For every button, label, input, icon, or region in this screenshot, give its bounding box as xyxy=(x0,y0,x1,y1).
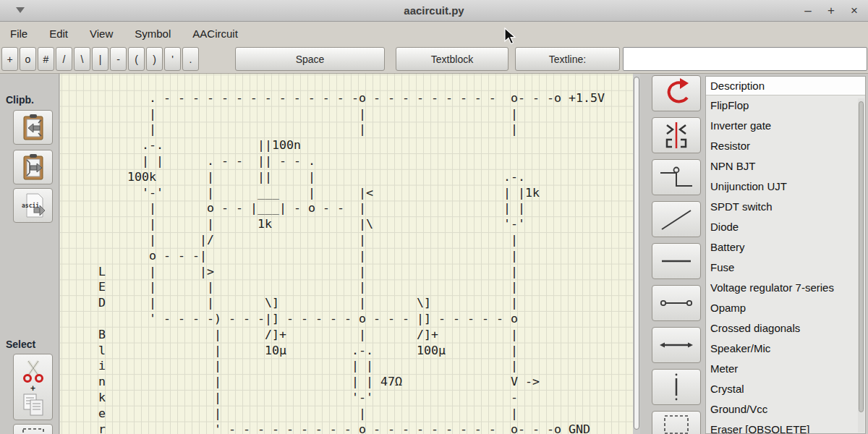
char-button-3[interactable]: / xyxy=(56,47,72,71)
canvas-text-segment: n xyxy=(98,374,106,390)
component-pin-tool-button[interactable] xyxy=(652,159,701,195)
symbol-list-header[interactable]: Description xyxy=(706,77,865,95)
copy-to-clipboard-button[interactable] xyxy=(13,110,53,145)
canvas-text-segment: o xyxy=(511,311,518,327)
mirror-symbol-button[interactable] xyxy=(652,117,701,153)
char-button-0[interactable]: + xyxy=(1,47,18,71)
canvas-text-segment: | xyxy=(308,169,315,185)
symbol-list-item[interactable]: Battery xyxy=(706,237,865,258)
canvas-text-segment: - xyxy=(511,390,518,406)
canvas-text-segment: i xyxy=(98,358,106,374)
symbol-list-scrollbar-thumb[interactable] xyxy=(859,101,864,412)
symbol-list-item[interactable]: Meter xyxy=(706,359,865,379)
symbol-list-item[interactable]: Speaker/Mic xyxy=(706,339,865,359)
minimize-button[interactable]: – xyxy=(801,0,814,22)
symbol-list-item[interactable]: Opamp xyxy=(706,298,865,318)
vertical-line-tool-button[interactable] xyxy=(652,369,701,405)
symbol-list-item[interactable]: Crystal xyxy=(706,379,865,399)
canvas-text-segment: \] xyxy=(265,295,279,311)
char-button-6[interactable]: - xyxy=(110,47,127,71)
char-button-7[interactable]: ( xyxy=(128,47,145,71)
canvas-text-segment: -> xyxy=(525,374,540,390)
circuit-canvas[interactable]: . - - - - - - - - - - - - --o- - - - - -… xyxy=(60,74,633,434)
canvas-text-segment: o- - -o +1.5V xyxy=(511,90,605,106)
char-button-4[interactable]: \ xyxy=(74,47,90,71)
rect-select-icon: rect xyxy=(656,412,697,434)
menu-item-view[interactable]: View xyxy=(88,25,114,43)
symbol-list-item[interactable]: Eraser [OBSOLETE] xyxy=(706,420,865,434)
canvas-text-segment: | xyxy=(511,406,518,422)
canvas-text-segment: | xyxy=(207,216,214,232)
canvas-text-segment: ) - - xyxy=(214,311,250,327)
menu-item-edit[interactable]: Edit xyxy=(48,25,69,43)
canvas-text-segment: | | xyxy=(503,200,525,216)
symbol-list-item[interactable]: Unijunction UJT xyxy=(706,176,865,197)
textline-button[interactable]: Textline: xyxy=(515,47,620,71)
textline-input[interactable] xyxy=(623,47,867,71)
canvas-text-segment: o - - - xyxy=(149,248,200,264)
canvas-scrollbar-thumb[interactable] xyxy=(634,77,639,430)
select-rectangle-button[interactable]: SEL xyxy=(13,424,53,434)
symbol-list-item[interactable]: Crossed diagonals xyxy=(706,318,865,339)
char-button-8[interactable]: ) xyxy=(146,47,163,71)
char-button-2[interactable]: # xyxy=(38,47,54,71)
symbol-list-scrollbar[interactable] xyxy=(858,98,864,433)
rect-select-tool-button[interactable]: rect xyxy=(652,411,701,434)
menu-item-file[interactable]: File xyxy=(9,25,29,43)
canvas-text-segment: | xyxy=(149,264,156,280)
symbol-list-item[interactable]: Voltage regulator 7-series xyxy=(706,278,865,298)
symbol-list-item[interactable]: Diode xyxy=(706,217,865,237)
canvas-text-segment: | xyxy=(359,327,366,343)
close-button[interactable]: × xyxy=(848,0,861,22)
symbol-list-item[interactable]: Ground/Vcc xyxy=(706,399,865,420)
canvas-text-segment: '-' xyxy=(503,216,525,232)
symbol-list-item[interactable]: Inverter gate xyxy=(706,116,865,136)
terminal-line-tool-button[interactable] xyxy=(652,285,701,321)
canvas-text-segment: | xyxy=(214,358,221,374)
right-panel: rect Description FlipFlopInverter gateRe… xyxy=(640,74,868,434)
symbol-list-item[interactable]: SPDT switch xyxy=(706,197,865,217)
char-button-9[interactable]: ' xyxy=(164,47,181,71)
canvas-text-segment: | xyxy=(214,390,221,406)
canvas-text-segment: o- - -o GND xyxy=(511,422,590,434)
rotate-symbol-button[interactable] xyxy=(652,75,701,111)
canvas-text-segment: '-' xyxy=(142,185,163,201)
maximize-button[interactable]: + xyxy=(825,0,838,22)
arrowed-line-tool-button[interactable] xyxy=(652,327,701,363)
rotate-icon xyxy=(658,77,694,109)
symbol-list-item[interactable]: NPN BJT xyxy=(706,156,865,176)
space-button[interactable]: Space xyxy=(235,47,385,71)
horizontal-line-tool-button[interactable] xyxy=(652,243,701,279)
canvas-text-segment: | xyxy=(207,295,214,311)
canvas-text-segment: | xyxy=(149,216,156,232)
canvas-text-segment: | xyxy=(511,106,518,122)
paste-from-clipboard-button[interactable] xyxy=(13,150,53,184)
component-pin-icon xyxy=(656,161,697,193)
cut-copy-selection-button[interactable]: + xyxy=(13,354,53,420)
char-button-10[interactable]: . xyxy=(182,47,199,71)
char-button-5[interactable]: | xyxy=(92,47,109,71)
export-ascii-button[interactable]: ascii xyxy=(13,188,53,223)
canvas-text-segment: -o xyxy=(352,90,366,106)
canvas-text-segment: .-. xyxy=(352,343,373,359)
canvas-scrollbar[interactable] xyxy=(633,74,640,434)
canvas-text-segment: | xyxy=(207,169,214,185)
diagonal-line-tool-button[interactable] xyxy=(652,201,701,237)
canvas-text-segment: | xyxy=(511,327,518,343)
canvas-text-segment: L xyxy=(98,264,106,280)
canvas-text-segment: - - - xyxy=(373,311,409,327)
char-button-1[interactable]: o xyxy=(20,47,36,71)
canvas-text-segment: | xyxy=(359,106,366,122)
canvas-text-segment: | xyxy=(511,248,518,264)
menu-item-symbol[interactable]: Symbol xyxy=(133,25,172,43)
canvas-text-segment: | xyxy=(511,122,518,137)
symbol-list-item[interactable]: FlipFlop xyxy=(706,95,865,116)
symbol-list-item[interactable]: Fuse xyxy=(706,258,865,278)
svg-text:+: + xyxy=(30,383,35,393)
canvas-text-segment: ___ xyxy=(258,185,279,201)
mirror-icon xyxy=(658,119,694,151)
symbol-list-item[interactable]: Resistor xyxy=(706,136,865,156)
textblock-button[interactable]: Textblock xyxy=(396,47,509,71)
mouse-cursor xyxy=(504,27,517,45)
menu-item-aacircuit[interactable]: AACircuit xyxy=(191,25,239,43)
